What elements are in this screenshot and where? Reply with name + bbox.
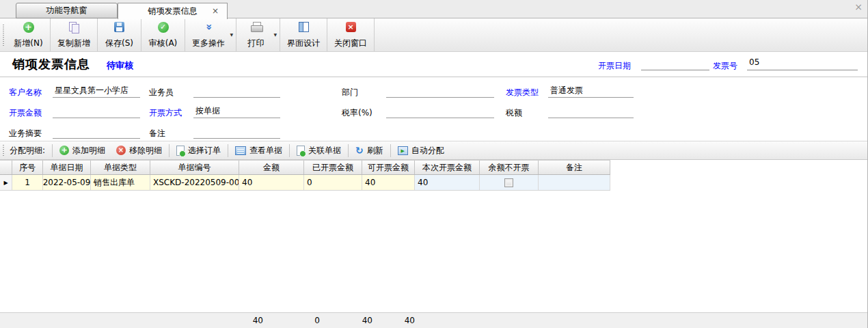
ui-design-button[interactable]: 界面设计 [280,18,327,51]
method-field[interactable]: 按单据 [193,105,280,118]
cell-type[interactable]: 销售出库单 [91,175,150,190]
grid-header-remark[interactable]: 备注 [539,161,610,174]
check-circle-icon: ✓ [158,22,169,33]
grid-header-row: 序号 单据日期 单据类型 单据编号 金额 已开票金额 可开票金额 本次开票金额 … [0,160,610,175]
audit-button[interactable]: ✓ 审核(A) [141,18,185,51]
tab-bar: 功能导航窗 销项发票信息 × × [0,0,867,18]
tab-close-icon[interactable]: × [212,6,219,16]
toolbar-grip [3,25,4,46]
grid-header-this-amount[interactable]: 本次开票金额 [415,161,480,174]
grid-header-type[interactable]: 单据类型 [91,161,150,174]
document-link-icon [297,146,305,156]
salesman-field[interactable] [193,85,280,98]
refresh-icon: ↻ [355,146,364,156]
cell-no-invoice[interactable] [480,175,539,190]
new-button[interactable]: + 新增(N) [7,18,51,51]
summary-spacer [91,313,150,328]
link-doc-button[interactable]: 关联单据 [291,143,347,159]
close-window-button[interactable]: × 关闭窗口 [327,18,375,51]
divider [348,144,349,157]
tab-sales-invoice[interactable]: 销项发票信息 × [118,3,228,19]
cell-this-amount[interactable]: 40 [415,175,480,190]
form-row-1: 客户名称 星星文具第一小学店 业务员 部门 发票类型 普通发票 [0,83,867,101]
business-summary-label: 业务摘要 [9,128,42,139]
current-row-marker-icon: ▶ [3,180,8,186]
customer-label: 客户名称 [9,87,42,98]
audit-button-label: 审核(A) [149,38,178,49]
invoice-no-field[interactable]: 05 [747,57,858,70]
remark-field[interactable] [193,126,280,139]
refresh-button[interactable]: ↻ 刷新 [350,143,389,159]
save-button[interactable]: 保存(S) [98,18,141,51]
method-label: 开票方式 [149,107,182,119]
row-selector-cell[interactable]: ▶ [0,175,12,190]
window-close-icon[interactable]: × [854,1,863,12]
invoice-no-label: 发票号 [713,60,737,72]
invoice-type-field[interactable]: 普通发票 [548,85,634,98]
grid-header-doc-no[interactable]: 单据编号 [150,161,239,174]
remove-detail-button[interactable]: × 移除明细 [111,143,167,159]
more-actions-dropdown-icon[interactable]: ▼ [230,32,233,37]
view-doc-button[interactable]: 查看单据 [230,143,288,159]
print-dropdown-icon[interactable]: ▼ [273,32,277,37]
business-summary-field[interactable] [53,126,140,139]
summary-spacer [0,313,12,328]
grid-header-date[interactable]: 单据日期 [43,161,91,174]
save-button-label: 保存(S) [105,38,133,49]
grid-header-invoiced[interactable]: 已开票金额 [304,161,362,174]
grid-header-invoicable[interactable]: 可开票金额 [362,161,415,174]
invoice-date-label: 开票日期 [598,60,631,72]
close-window-button-label: 关闭窗口 [334,38,367,49]
department-field[interactable] [386,85,494,98]
select-order-button[interactable]: 选择订单 [171,143,226,159]
save-icon [114,22,124,32]
auto-assign-button[interactable]: ▶ 自动分配 [392,143,450,159]
plus-circle-icon: + [23,22,34,33]
grid-summary-row: 40 0 40 40 [0,312,867,328]
grid-header-amount[interactable]: 金额 [239,161,304,174]
form-row-2: 开票金额 开票方式 按单据 税率(%) 税额 [0,104,867,122]
summary-spacer [150,313,239,328]
tab-function-nav[interactable]: 功能导航窗 [16,3,118,18]
form-row-3: 业务摘要 备注 [0,124,867,142]
main-toolbar: + 新增(N) 复制新增 保存(S) ✓ 审核(A) » 更多操作 ▼ 打印 ▼… [0,18,867,52]
tax-rate-field[interactable] [386,105,494,118]
copy-new-button-label: 复制新增 [57,38,90,49]
add-detail-button[interactable]: + 添加明细 [54,143,111,159]
tab-label: 销项发票信息 [148,5,198,17]
amount-field[interactable] [53,105,140,118]
cell-invoiced[interactable]: 0 [304,175,362,190]
document-plus-icon [176,146,185,156]
print-button[interactable]: 打印 ▼ [236,18,280,51]
more-actions-button[interactable]: » 更多操作 ▼ [185,18,236,51]
new-button-label: 新增(N) [14,38,42,49]
cell-remark[interactable] [539,175,610,190]
layout-icon [299,22,309,32]
grid-header-seq[interactable]: 序号 [12,161,43,174]
cell-amount[interactable]: 40 [239,175,304,190]
no-invoice-checkbox[interactable] [504,178,513,187]
tax-amount-field[interactable] [548,105,634,118]
copy-new-button[interactable]: 复制新增 [51,18,98,51]
printer-icon [251,22,262,32]
remove-detail-button-label: 移除明细 [129,145,162,156]
copy-icon [69,22,79,33]
grid-header-no-invoice[interactable]: 余额不开票 [480,161,539,174]
grid-row[interactable]: ▶ 1 2022-05-09 销售出库单 XSCKD-20220509-0004… [0,175,610,191]
invoice-date-field[interactable] [641,57,709,70]
customer-field[interactable]: 星星文具第一小学店 [53,85,140,98]
status-badge: 待审核 [107,59,133,72]
ui-design-button-label: 界面设计 [287,38,320,49]
tax-rate-label: 税率(%) [342,107,372,119]
cell-date[interactable]: 2022-05-09 [43,175,91,190]
view-doc-button-label: 查看单据 [249,145,282,156]
close-window-icon: × [346,22,356,32]
auto-assign-button-label: 自动分配 [411,145,444,156]
title-bar: 销项发票信息 待审核 开票日期 发票号 05 [0,52,867,77]
cell-seq[interactable]: 1 [12,175,43,190]
cell-doc-no[interactable]: XSCKD-20220509-0004 [150,175,239,190]
page-title: 销项发票信息 [12,56,90,72]
cell-invoicable[interactable]: 40 [362,175,415,190]
document-view-icon [235,146,246,155]
divider [169,144,169,157]
